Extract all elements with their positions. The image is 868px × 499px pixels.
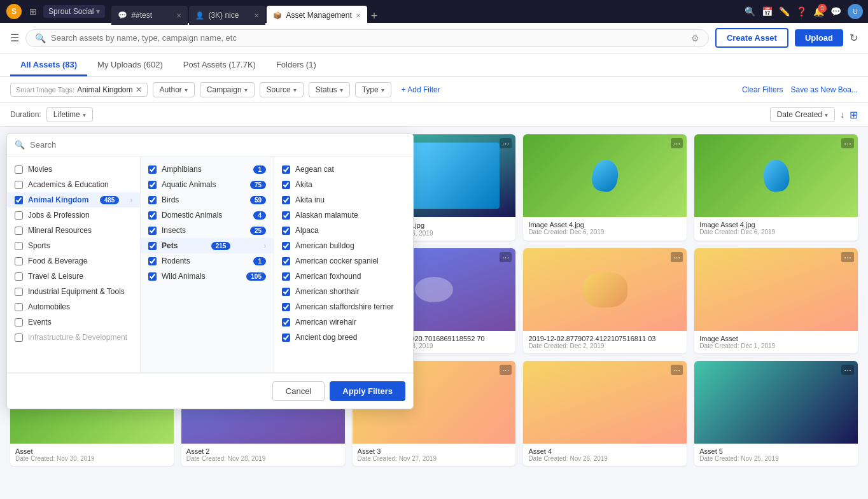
refresh-icon[interactable]: ↻ [850,32,858,44]
filter-checkbox-aquatic[interactable] [148,181,157,189]
filter-checkbox-travel[interactable] [15,272,23,281]
edit-icon[interactable]: ✏️ [779,6,790,17]
filter-checkbox-american-stafford[interactable] [282,303,290,311]
filter-item-pets[interactable]: Pets 215 › [141,238,274,253]
notifications-icon[interactable]: 🔔 3 [813,6,824,17]
filter-checkbox-akita[interactable] [282,181,290,189]
type-filter-button[interactable]: Type ▾ [355,82,391,97]
filter-checkbox-animal-kingdom[interactable] [15,196,23,204]
filter-item-american-wirehair[interactable]: American wirehair [274,314,413,330]
tab-asset-management[interactable]: 📦 Asset Management ✕ [267,6,367,25]
filter-item-akita-inu[interactable]: Akita inu [274,192,413,207]
filter-checkbox-mineral[interactable] [15,227,23,235]
filter-checkbox-industrial[interactable] [15,288,23,296]
grid-view-toggle[interactable]: ⊞ [850,109,858,121]
close-tab-nice[interactable]: ✕ [254,12,259,19]
create-asset-button[interactable]: Create Asset [715,28,788,48]
sort-select[interactable]: Date Created ▾ [770,107,835,122]
filter-checkbox-wild[interactable] [148,272,157,281]
tab-test[interactable]: 💬 ##test ✕ [111,6,188,25]
filter-checkbox-birds[interactable] [148,196,157,204]
filter-item-animal-kingdom[interactable]: Animal Kingdom 485 › [7,192,140,207]
filter-item-alpaca[interactable]: Alpaca [274,223,413,238]
filter-checkbox-american-cocker[interactable] [282,257,290,265]
filter-item-american-foxhound[interactable]: American foxhound [274,269,413,284]
filter-checkbox-american-foxhound[interactable] [282,272,290,281]
filter-item-rodents[interactable]: Rodents 1 [141,253,274,269]
filter-item-industrial[interactable]: Industrial Equipment & Tools [7,284,140,299]
filter-item-mineral[interactable]: Mineral Resources [7,223,140,238]
filter-checkbox-sports[interactable] [15,242,23,250]
filter-checkbox-alaskan[interactable] [282,211,290,220]
filter-checkbox-pets[interactable] [148,242,157,250]
filter-item-jobs[interactable]: Jobs & Profession [7,207,140,223]
filter-checkbox-american-shorthair[interactable] [282,288,290,296]
filter-item-insects[interactable]: Insects 25 [141,223,274,238]
filter-checkbox-american-bulldog[interactable] [282,242,290,250]
filter-item-alaskan[interactable]: Alaskan malamute [274,207,413,223]
apply-filters-button[interactable]: Apply Filters [330,381,405,401]
filter-item-amphibians[interactable]: Amphibians 1 [141,162,274,177]
filter-checkbox-movies[interactable] [15,165,23,174]
filter-item-travel[interactable]: Travel & Leisure [7,269,140,284]
tab-post-assets[interactable]: Post Assets (17.7K) [173,53,266,76]
filter-checkbox-american-wirehair[interactable] [282,318,290,327]
filter-item-sports[interactable]: Sports [7,238,140,253]
add-tab-button[interactable]: + [368,10,381,23]
filter-item-food[interactable]: Food & Beverage [7,253,140,269]
filter-checkbox-food[interactable] [15,257,23,265]
filter-item-akita[interactable]: Akita [274,177,413,192]
filter-checkbox-automobiles[interactable] [15,303,23,311]
calendar-icon[interactable]: 📅 [762,6,773,17]
help-icon[interactable]: ❓ [796,6,807,17]
filter-checkbox-domestic[interactable] [148,211,157,220]
sort-direction-button[interactable]: ↓ [840,109,844,120]
filter-item-american-cocker[interactable]: American cocker spaniel [274,253,413,269]
filter-item-birds[interactable]: Birds 59 [141,192,274,207]
filter-item-movies[interactable]: Movies [7,162,140,177]
filter-item-aquatic[interactable]: Aquatic Animals 75 [141,177,274,192]
filter-checkbox-events[interactable] [15,318,23,327]
filter-item-domestic[interactable]: Domestic Animals 4 [141,207,274,223]
filter-checkbox-amphibians[interactable] [148,165,157,174]
hamburger-icon[interactable]: ☰ [10,32,19,44]
filter-item-ancient-dog[interactable]: Ancient dog breed [274,330,413,345]
tab-nice[interactable]: 👤 (3K) nice ✕ [189,6,265,25]
filter-checkbox-akita-inu[interactable] [282,196,290,204]
user-avatar[interactable]: U [848,4,863,19]
duration-select[interactable]: Lifetime ▾ [46,107,93,122]
filter-item-wild[interactable]: Wild Animals 105 [141,269,274,284]
tab-folders[interactable]: Folders (1) [266,53,326,76]
filter-checkbox-rodents[interactable] [148,257,157,265]
filter-item-infrastructure[interactable]: Infrastructure & Development [7,330,140,345]
filter-item-automobiles[interactable]: Automobiles [7,299,140,314]
clear-filters-button[interactable]: Clear Filters [742,85,783,94]
search-settings-icon[interactable]: ⚙ [691,33,699,43]
tab-all-assets[interactable]: All Assets (83) [10,53,87,76]
source-filter-button[interactable]: Source ▾ [260,82,304,97]
filter-item-academics[interactable]: Academics & Education [7,177,140,192]
filter-item-aegean[interactable]: Aegean cat [274,162,413,177]
app-selector[interactable]: Sprout Social ▾ [43,5,105,18]
filter-checkbox-alpaca[interactable] [282,227,290,235]
author-filter-button[interactable]: Author ▾ [153,82,195,97]
smart-tag-close-icon[interactable]: ✕ [136,85,142,94]
filter-item-american-bulldog[interactable]: American bulldog [274,238,413,253]
save-new-board-button[interactable]: Save as New Boa... [791,85,858,94]
filter-checkbox-aegean[interactable] [282,165,290,174]
close-tab-test[interactable]: ✕ [176,12,181,19]
add-filter-button[interactable]: + Add Filter [396,83,445,97]
grid-icon[interactable]: ⊞ [27,4,39,19]
tab-my-uploads[interactable]: My Uploads (602) [87,53,173,76]
filter-checkbox-insects[interactable] [148,227,157,235]
filter-item-american-shorthair[interactable]: American shorthair [274,284,413,299]
filter-checkbox-academics[interactable] [15,181,23,189]
cancel-filter-button[interactable]: Cancel [272,381,325,401]
filter-item-american-stafford[interactable]: American staffordshire terrier [274,299,413,314]
filter-item-events[interactable]: Events [7,314,140,330]
search-icon[interactable]: 🔍 [745,6,755,17]
smart-image-tags-filter[interactable]: Smart Image Tags: Animal Kingdom ✕ [10,83,148,97]
chat-icon[interactable]: 💬 [830,6,841,17]
upload-button[interactable]: Upload [795,29,843,46]
filter-checkbox-jobs[interactable] [15,211,23,220]
